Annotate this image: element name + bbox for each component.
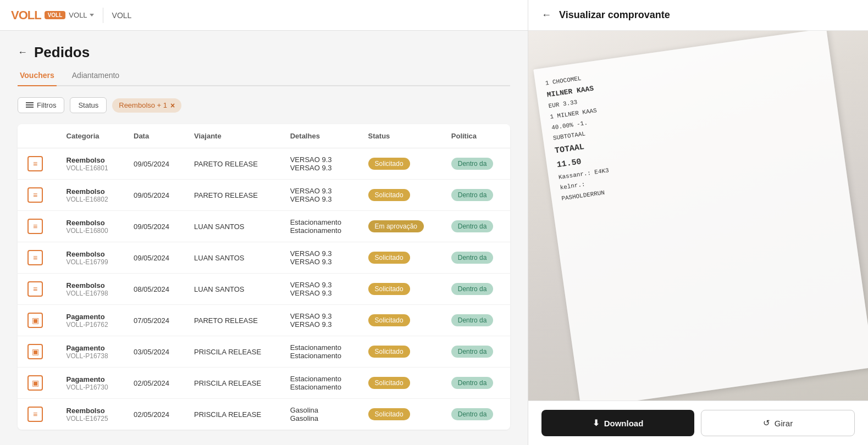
status-badge: Solicitado	[368, 314, 410, 326]
policy-badge: Dentro da	[451, 283, 494, 295]
row-category: ReembolsoVOLL-E16801	[58, 148, 125, 180]
logo-area: VOLL VOLL VOLL	[11, 8, 94, 23]
detail-line-1: Gasolina	[290, 406, 351, 414]
tabs-bar: Vouchers Adiantamento	[18, 65, 510, 86]
type-icon: ≡	[27, 281, 43, 297]
rotate-icon: ↺	[763, 418, 770, 428]
row-icon-cell: ≡	[18, 399, 58, 430]
row-date: 09/05/2024	[125, 180, 185, 211]
row-traveler: PARETO RELEASE	[185, 148, 281, 180]
top-bar: VOLL VOLL VOLL VOLL	[0, 0, 528, 31]
right-header: ← Visualizar comprovante	[528, 0, 868, 31]
row-traveler: PRISCILA RELEASE	[185, 368, 281, 399]
detail-line-2: VERSAO 9.3	[290, 258, 351, 266]
col-data: Data	[125, 124, 185, 148]
col-categoria: Categoria	[58, 124, 125, 148]
row-details: VERSAO 9.3VERSAO 9.3	[281, 274, 360, 305]
receipt-paper: 1 CHOCOMEL MILNER KAAS EUR 3.33 1 MILNER…	[533, 31, 868, 400]
col-viajante: Viajante	[185, 124, 281, 148]
status-badge: Solicitado	[368, 189, 410, 201]
category-id: VOLL-E16800	[67, 227, 116, 235]
filter-button[interactable]: Filtros	[18, 97, 64, 113]
table-row[interactable]: ≡ReembolsoVOLL-E1679909/05/2024LUAN SANT…	[18, 242, 510, 274]
policy-badge: Dentro da	[451, 189, 494, 201]
table-row[interactable]: ▣PagamentoVOLL-P1673803/05/2024PRISCILA …	[18, 336, 510, 368]
back-row: ← Pedidos	[18, 44, 510, 61]
right-footer: ⬇ Download ↺ Girar	[528, 400, 868, 445]
policy-badge: Dentro da	[451, 158, 494, 170]
detail-line-2: VERSAO 9.3	[290, 289, 351, 297]
logo-dropdown[interactable]: VOLL	[69, 11, 93, 19]
right-panel-title: Visualizar comprovante	[559, 9, 670, 21]
type-icon: ≡	[27, 156, 43, 171]
category-id: VOLL-P16738	[67, 352, 116, 360]
category-name: Reembolso	[67, 187, 116, 196]
row-traveler: PRISCILA RELEASE	[185, 336, 281, 368]
category-name: Pagamento	[67, 375, 116, 383]
filter-row: Filtros Status Reembolso + 1 ×	[18, 97, 510, 113]
detail-line-1: Estacionamento	[290, 343, 351, 352]
row-icon-cell: ≡	[18, 274, 58, 305]
table-row[interactable]: ▣PagamentoVOLL-P1673002/05/2024PRISCILA …	[18, 368, 510, 399]
row-icon-cell: ≡	[18, 180, 58, 211]
detail-line-1: Estacionamento	[290, 218, 351, 226]
table-row[interactable]: ≡ReembolsoVOLL-E1679808/05/2024LUAN SANT…	[18, 274, 510, 305]
row-details: VERSAO 9.3VERSAO 9.3	[281, 148, 360, 180]
logo-text: VOLL	[11, 8, 41, 23]
status-badge: Solicitado	[368, 408, 410, 420]
row-details: EstacionamentoEstacionamento	[281, 368, 360, 399]
back-button[interactable]: ←	[18, 47, 27, 58]
table-row[interactable]: ≡ReembolsoVOLL-E1680009/05/2024LUAN SANT…	[18, 211, 510, 242]
table-row[interactable]: ▣PagamentoVOLL-P1676207/05/2024PARETO RE…	[18, 305, 510, 336]
detail-line-1: VERSAO 9.3	[290, 249, 351, 258]
policy-badge: Dentro da	[451, 220, 494, 232]
row-policy: Dentro da	[443, 148, 510, 180]
row-category: ReembolsoVOLL-E16800	[58, 211, 125, 242]
row-category: PagamentoVOLL-P16738	[58, 336, 125, 368]
left-panel: VOLL VOLL VOLL VOLL ← Pedidos Vouchers A…	[0, 0, 528, 445]
remove-filter-button[interactable]: ×	[170, 101, 175, 110]
row-icon-cell: ▣	[18, 368, 58, 399]
status-badge: Solicitado	[368, 346, 410, 358]
detail-line-2: Estacionamento	[290, 352, 351, 360]
category-id: VOLL-E16801	[67, 164, 116, 172]
status-badge: Solicitado	[368, 283, 410, 295]
page-title: Pedidos	[34, 44, 90, 61]
row-category: ReembolsoVOLL-E16802	[58, 180, 125, 211]
type-icon: ▣	[27, 313, 43, 328]
table-row[interactable]: ≡ReembolsoVOLL-E1680109/05/2024PARETO RE…	[18, 148, 510, 180]
nav-divider	[103, 8, 103, 23]
right-panel: ← Visualizar comprovante 1 CHOCOMEL MILN…	[528, 0, 868, 445]
row-date: 09/05/2024	[125, 242, 185, 274]
type-icon: ≡	[27, 187, 43, 203]
row-category: PagamentoVOLL-P16762	[58, 305, 125, 336]
right-back-button[interactable]: ←	[541, 9, 551, 21]
policy-badge: Dentro da	[451, 314, 494, 326]
tab-adiantamento[interactable]: Adiantamento	[70, 65, 121, 86]
row-date: 03/05/2024	[125, 336, 185, 368]
girar-button[interactable]: ↺ Girar	[701, 410, 855, 436]
table-row[interactable]: ≡ReembolsoVOLL-E1672502/05/2024PRISCILA …	[18, 399, 510, 430]
download-label: Download	[604, 419, 644, 428]
status-badge: Em aprovação	[368, 220, 424, 232]
chevron-down-icon	[90, 14, 94, 16]
row-date: 08/05/2024	[125, 274, 185, 305]
row-status: Solicitado	[360, 274, 443, 305]
category-id: VOLL-E16798	[67, 290, 116, 297]
row-status: Em aprovação	[360, 211, 443, 242]
row-status: Solicitado	[360, 148, 443, 180]
row-status: Solicitado	[360, 242, 443, 274]
download-button[interactable]: ⬇ Download	[541, 410, 694, 436]
tab-vouchers[interactable]: Vouchers	[18, 65, 57, 86]
row-category: ReembolsoVOLL-E16725	[58, 399, 125, 430]
category-name: Reembolso	[67, 219, 116, 227]
detail-line-2: VERSAO 9.3	[290, 320, 351, 329]
download-icon: ⬇	[593, 418, 600, 428]
table-row[interactable]: ≡ReembolsoVOLL-E1680209/05/2024PARETO RE…	[18, 180, 510, 211]
category-name: Reembolso	[67, 156, 116, 164]
status-badge: Solicitado	[368, 158, 410, 170]
row-policy: Dentro da	[443, 368, 510, 399]
detail-line-2: Gasolina	[290, 414, 351, 422]
status-button[interactable]: Status	[70, 97, 107, 113]
orders-table: Categoria Data Viajante Detalhes Status …	[18, 124, 510, 430]
